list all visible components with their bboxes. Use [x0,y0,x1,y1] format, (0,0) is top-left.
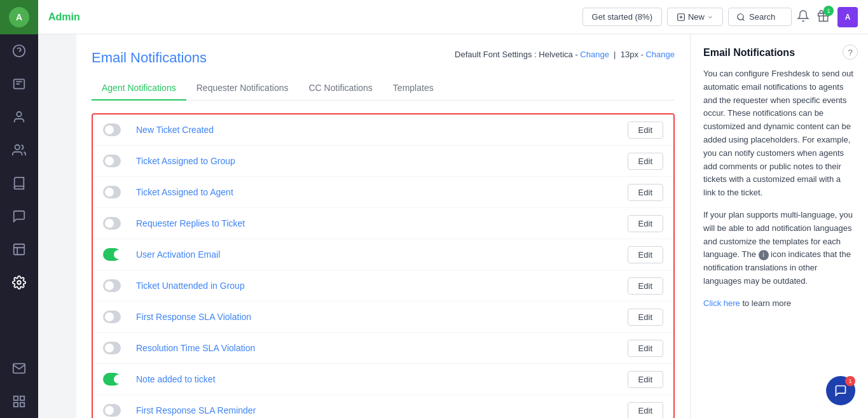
header: Admin Get started (8%) New Search 1 A [38,0,868,34]
toggle-cell [93,364,131,394]
tab-agent-notifications[interactable]: Agent Notifications [92,76,186,101]
toggle-cell [93,270,131,301]
notification-name[interactable]: First Response SLA Reminder [131,396,617,418]
brand-label: Admin [48,11,80,23]
right-panel-text1: You can configure Freshdesk to send out … [703,67,855,200]
table-row: Ticket Assigned to AgentEdit [93,177,673,208]
size-change-link[interactable]: Change [645,50,675,59]
gift-notification[interactable]: 1 [817,10,830,25]
notification-name[interactable]: First Response SLA Violation [131,303,617,331]
main-content: Email Notifications Default Font Setting… [76,34,868,418]
chat-bubble[interactable]: 1 [826,376,855,405]
font-change-link[interactable]: Change [580,50,609,59]
notification-name[interactable]: User Activation Email [131,240,617,268]
notification-name[interactable]: Resolution Time SLA Violation [131,334,617,362]
toggle-switch[interactable] [103,186,121,199]
toggle-switch[interactable] [103,155,121,167]
chevron-down-icon [707,14,713,20]
sidebar-item-reports[interactable] [0,233,38,266]
notification-name[interactable]: New Ticket Created [131,116,617,144]
notification-name[interactable]: Ticket Assigned to Agent [131,178,617,206]
toggle-switch[interactable] [103,217,121,230]
gift-badge: 1 [823,6,834,16]
right-panel-text2: If your plan supports multi-language, yo… [703,209,855,288]
search-icon [736,13,745,22]
notification-name[interactable]: Ticket Assigned to Group [131,147,617,175]
sidebar-item-tickets[interactable] [0,67,38,101]
sidebar-item-email[interactable] [0,352,38,385]
notification-name[interactable]: Requester Replies to Ticket [131,209,617,237]
info-icon: i [759,250,769,260]
table-row: Note added to ticketEdit [93,364,673,395]
edit-button[interactable]: Edit [628,371,663,388]
toggle-cell [93,177,131,207]
learn-more-link[interactable]: Click here [703,298,740,308]
svg-point-6 [15,145,20,150]
svg-line-17 [743,18,745,20]
svg-rect-10 [20,396,24,400]
edit-button[interactable]: Edit [628,215,663,232]
help-icon[interactable]: ? [843,45,858,60]
toggle-cell [93,115,131,145]
svg-point-16 [738,13,743,19]
table-row: Ticket Unattended in GroupEdit [93,270,673,302]
new-button[interactable]: New [667,8,723,26]
user-avatar: A [9,7,29,27]
new-label: New [688,12,705,22]
table-row: First Response SLA ReminderEdit [93,395,673,418]
get-started-button[interactable]: Get started (8%) [582,8,662,26]
svg-rect-12 [14,403,18,407]
sidebar-item-companies[interactable] [0,134,38,167]
sidebar-item-contacts[interactable] [0,101,38,134]
table-row: Ticket Assigned to GroupEdit [93,146,673,177]
toggle-switch[interactable] [103,310,121,323]
chat-icon [834,384,847,397]
search-button[interactable]: Search [728,8,792,26]
tab-cc-notifications[interactable]: CC Notifications [298,76,382,101]
edit-button[interactable]: Edit [628,246,663,263]
sidebar-item-apps[interactable] [0,385,38,418]
search-label: Search [749,12,775,22]
toggle-switch[interactable] [103,279,121,292]
table-row: New Ticket CreatedEdit [93,115,673,146]
right-panel: ? Email Notifications You can configure … [690,34,868,418]
new-icon [677,13,685,22]
toggle-switch[interactable] [103,342,121,354]
sidebar: A [0,0,38,418]
chat-badge: 1 [845,376,855,386]
edit-button[interactable]: Edit [628,184,663,201]
sidebar-item-chat[interactable] [0,200,38,233]
tab-requester-notifications[interactable]: Requester Notifications [186,76,299,101]
bell-icon [797,10,809,22]
user-avatar-header[interactable]: A [837,7,858,27]
edit-button[interactable]: Edit [628,277,663,295]
toggle-cell [93,146,131,176]
toggle-switch[interactable] [103,123,121,136]
edit-button[interactable]: Edit [628,153,663,170]
toggle-cell [93,239,131,270]
toggle-cell [93,333,131,363]
edit-button[interactable]: Edit [628,402,663,419]
toggle-switch[interactable] [103,248,121,261]
table-row: First Response SLA ViolationEdit [93,302,673,333]
table-row: Resolution Time SLA ViolationEdit [93,333,673,364]
notification-name[interactable]: Note added to ticket [131,365,617,393]
header-icons: 1 A [797,7,858,27]
tab-templates[interactable]: Templates [383,76,444,101]
learn-more-suffix: to learn more [740,298,791,308]
toggle-cell [93,208,131,239]
sidebar-avatar[interactable]: A [0,0,38,34]
notification-name[interactable]: Ticket Unattended in Group [131,272,617,300]
toggle-switch[interactable] [103,373,121,386]
toggle-switch[interactable] [103,404,121,417]
notification-bell[interactable] [797,10,809,25]
edit-button[interactable]: Edit [628,340,663,357]
edit-button[interactable]: Edit [628,309,663,326]
table-row: User Activation EmailEdit [93,239,673,270]
svg-point-8 [17,281,21,284]
center-panel: Email Notifications Default Font Setting… [76,34,690,418]
sidebar-item-help[interactable] [0,34,38,67]
sidebar-item-settings[interactable] [0,266,38,299]
sidebar-item-kb[interactable] [0,167,38,200]
edit-button[interactable]: Edit [628,122,663,139]
